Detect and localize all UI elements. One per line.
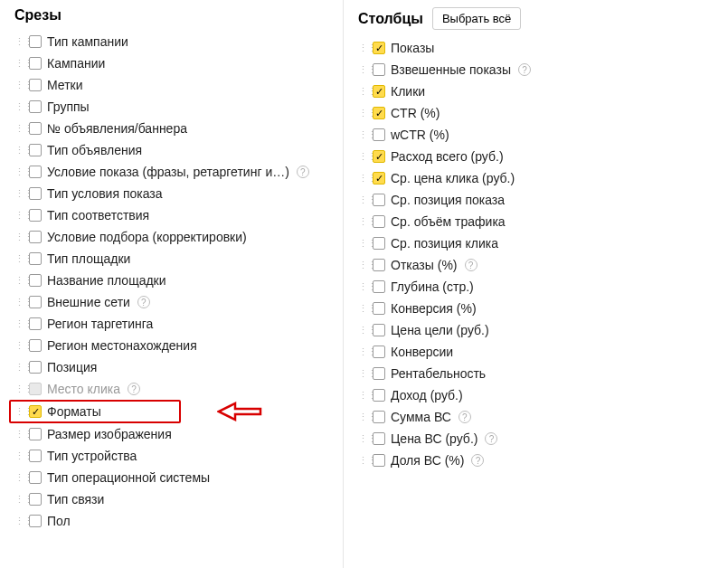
drag-handle-icon[interactable]: ⋮⋮: [358, 325, 367, 336]
checkbox[interactable]: [29, 166, 42, 178]
drag-handle-icon[interactable]: ⋮⋮: [358, 238, 367, 250]
checkbox[interactable]: [373, 324, 385, 336]
checkbox[interactable]: [29, 209, 42, 222]
checkbox[interactable]: [29, 35, 42, 48]
drag-handle-icon[interactable]: ⋮⋮: [358, 433, 367, 445]
checkbox[interactable]: [373, 302, 385, 315]
columns-list: ⋮⋮✓Показы⋮⋮Взвешенные показы?⋮⋮✓Клики⋮⋮✓…: [355, 37, 717, 471]
drag-handle-icon[interactable]: ⋮⋮: [14, 80, 24, 91]
checkbox[interactable]: [373, 259, 385, 271]
drag-handle-icon[interactable]: ⋮⋮: [358, 86, 367, 98]
drag-handle-icon[interactable]: ⋮⋮: [14, 340, 24, 352]
drag-handle-icon[interactable]: ⋮⋮: [358, 281, 367, 293]
drag-handle-icon[interactable]: ⋮⋮: [14, 210, 24, 222]
checkbox[interactable]: [29, 450, 42, 462]
checkbox[interactable]: [29, 274, 42, 287]
drag-handle-icon[interactable]: ⋮⋮: [14, 472, 24, 484]
checkbox[interactable]: [373, 128, 385, 141]
checkbox[interactable]: [29, 144, 42, 156]
checkbox[interactable]: [29, 339, 42, 352]
list-item: ⋮⋮Метки: [11, 74, 332, 96]
drag-handle-icon[interactable]: ⋮⋮: [358, 64, 367, 76]
drag-handle-icon[interactable]: ⋮⋮: [14, 318, 24, 330]
checkbox[interactable]: [29, 296, 42, 308]
checkbox[interactable]: [373, 432, 385, 445]
drag-handle-icon[interactable]: ⋮⋮: [14, 516, 24, 527]
checkbox[interactable]: [29, 361, 42, 374]
drag-handle-icon[interactable]: ⋮⋮: [358, 43, 367, 54]
checkbox[interactable]: [373, 454, 385, 467]
checkbox[interactable]: [373, 63, 385, 76]
drag-handle-icon[interactable]: ⋮⋮: [358, 368, 367, 380]
checkbox[interactable]: [373, 280, 385, 293]
checkbox[interactable]: [29, 122, 42, 135]
drag-handle-icon[interactable]: ⋮⋮: [14, 36, 24, 48]
drag-handle-icon[interactable]: ⋮⋮: [14, 494, 24, 506]
checkbox[interactable]: [29, 515, 42, 527]
help-icon[interactable]: ?: [465, 259, 477, 271]
drag-handle-icon[interactable]: ⋮⋮: [358, 108, 367, 119]
drag-handle-icon[interactable]: ⋮⋮: [14, 253, 24, 265]
item-label: Цена цели (руб.): [391, 323, 489, 337]
drag-handle-icon[interactable]: ⋮⋮: [14, 166, 24, 178]
drag-handle-icon[interactable]: ⋮⋮: [14, 58, 24, 70]
drag-handle-icon[interactable]: ⋮⋮: [14, 406, 24, 418]
help-icon[interactable]: ?: [459, 411, 471, 423]
drag-handle-icon[interactable]: ⋮⋮: [358, 260, 367, 271]
drag-handle-icon[interactable]: ⋮⋮: [14, 101, 24, 113]
drag-handle-icon[interactable]: ⋮⋮: [14, 450, 24, 462]
drag-handle-icon[interactable]: ⋮⋮: [358, 303, 367, 315]
checkbox[interactable]: [373, 411, 385, 423]
checkbox[interactable]: ✓: [373, 150, 385, 163]
list-item: ⋮⋮№ объявления/баннера: [11, 118, 332, 139]
checkbox[interactable]: [373, 215, 385, 228]
list-item: ⋮⋮✓Показы: [355, 37, 717, 59]
checkbox[interactable]: [29, 57, 42, 70]
drag-handle-icon[interactable]: ⋮⋮: [358, 151, 367, 163]
checkbox[interactable]: [373, 389, 385, 402]
help-icon[interactable]: ?: [485, 432, 497, 445]
checkbox[interactable]: [29, 428, 42, 440]
drag-handle-icon[interactable]: ⋮⋮: [14, 362, 24, 374]
checkbox[interactable]: [373, 237, 385, 250]
drag-handle-icon[interactable]: ⋮⋮: [14, 123, 24, 135]
checkbox[interactable]: [29, 231, 42, 243]
list-item: ⋮⋮Название площадки: [11, 270, 332, 291]
drag-handle-icon[interactable]: ⋮⋮: [358, 455, 367, 467]
drag-handle-icon[interactable]: ⋮⋮: [358, 129, 367, 141]
help-icon[interactable]: ?: [137, 296, 150, 308]
checkbox[interactable]: [29, 100, 42, 113]
select-all-button[interactable]: Выбрать всё: [432, 7, 521, 30]
drag-handle-icon[interactable]: ⋮⋮: [14, 297, 24, 308]
drag-handle-icon[interactable]: ⋮⋮: [358, 346, 367, 358]
checkbox[interactable]: [373, 194, 385, 206]
checkbox[interactable]: [373, 367, 385, 380]
drag-handle-icon[interactable]: ⋮⋮: [14, 275, 24, 287]
help-icon[interactable]: ?: [297, 166, 309, 178]
help-icon[interactable]: ?: [518, 63, 531, 76]
drag-handle-icon[interactable]: ⋮⋮: [358, 412, 367, 423]
checkbox[interactable]: [29, 79, 42, 91]
drag-handle-icon[interactable]: ⋮⋮: [358, 390, 367, 402]
drag-handle-icon[interactable]: ⋮⋮: [358, 173, 367, 185]
help-icon[interactable]: ?: [128, 383, 140, 395]
checkbox[interactable]: ✓: [373, 107, 385, 119]
checkbox[interactable]: [29, 317, 42, 330]
drag-handle-icon[interactable]: ⋮⋮: [14, 232, 24, 243]
checkbox[interactable]: ✓: [29, 405, 42, 418]
checkbox[interactable]: [29, 493, 42, 506]
drag-handle-icon[interactable]: ⋮⋮: [358, 194, 367, 206]
item-label: Отказы (%): [391, 258, 458, 272]
checkbox[interactable]: [373, 346, 385, 358]
checkbox[interactable]: ✓: [373, 42, 385, 54]
help-icon[interactable]: ?: [471, 454, 484, 467]
checkbox[interactable]: ✓: [373, 85, 385, 98]
drag-handle-icon[interactable]: ⋮⋮: [14, 145, 24, 156]
drag-handle-icon[interactable]: ⋮⋮: [14, 188, 24, 200]
checkbox[interactable]: ✓: [373, 172, 385, 185]
drag-handle-icon[interactable]: ⋮⋮: [358, 216, 367, 228]
checkbox[interactable]: [29, 471, 42, 484]
checkbox[interactable]: [29, 252, 42, 265]
drag-handle-icon[interactable]: ⋮⋮: [14, 429, 24, 440]
checkbox[interactable]: [29, 187, 42, 200]
